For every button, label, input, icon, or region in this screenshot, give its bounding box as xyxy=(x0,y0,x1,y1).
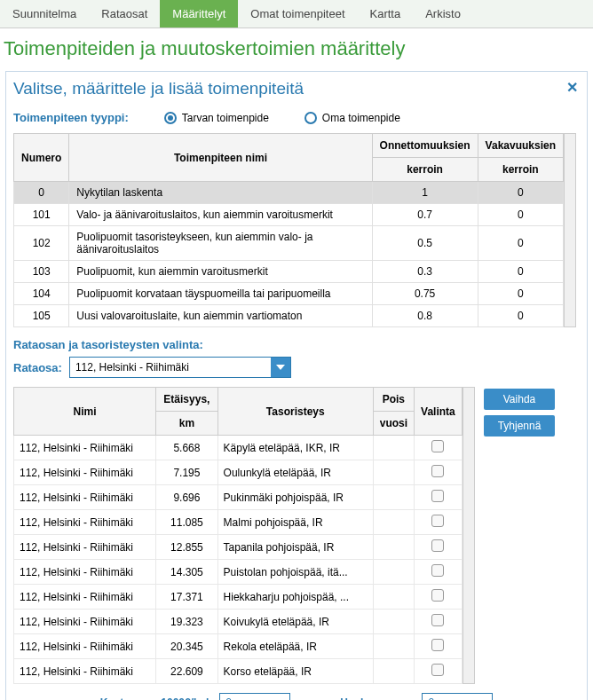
cell-nimi: Puolipuomit, kun aiemmin varoitusmerkit xyxy=(69,261,372,283)
cell-valinta xyxy=(414,634,462,659)
table-row[interactable]: 105 Uusi valovaroituslaite, kun aiemmin … xyxy=(14,305,564,327)
row-checkbox[interactable] xyxy=(431,664,444,676)
cell-onn: 1 xyxy=(372,182,478,204)
tab-suunnitelma[interactable]: Suunnitelma xyxy=(0,0,89,28)
row-checkbox[interactable] xyxy=(431,589,444,602)
cell-valinta xyxy=(414,485,462,510)
cell-pois xyxy=(373,510,414,535)
cell-taso: Korso eteläpää, IR xyxy=(217,659,373,684)
cell-vak: 0 xyxy=(478,182,563,204)
col2-val: Valinta xyxy=(414,388,462,436)
col2-vuosi: vuosi xyxy=(373,412,414,436)
tab-rataosat[interactable]: Rataosat xyxy=(89,0,160,28)
cell-taso: Hiekkaharju pohjoispää, ... xyxy=(217,585,373,610)
col-numero: Numero xyxy=(14,134,69,182)
kustannus-input[interactable] xyxy=(219,693,290,700)
cell-taso: Käpylä eteläpää, IKR, IR xyxy=(217,436,373,460)
tasoristeys-table: Nimi Etäisyys, Tasoristeys Pois Valinta … xyxy=(13,387,463,684)
rataosa-select[interactable]: 112, Helsinki - Riihimäki xyxy=(69,357,291,378)
col2-nimi: Nimi xyxy=(14,388,156,436)
cell-nimi: 112, Helsinki - Riihimäki xyxy=(14,634,156,659)
cell-taso: Malmi pohjoispää, IR xyxy=(217,510,373,535)
table-row[interactable]: 112, Helsinki - Riihimäki 11.085 Malmi p… xyxy=(14,510,463,535)
combo-value: 112, Helsinki - Riihimäki xyxy=(75,361,189,374)
table-row[interactable]: 112, Helsinki - Riihimäki 14.305 Puistol… xyxy=(14,560,463,585)
row-checkbox[interactable] xyxy=(431,639,444,651)
col-onn: Onnettomuuksien xyxy=(372,134,478,158)
dialog-title: Valitse, määrittele ja lisää toimenpitei… xyxy=(13,79,580,98)
tab-arkisto[interactable]: Arkisto xyxy=(413,0,473,28)
cell-valinta xyxy=(414,535,462,560)
page-title: Toimenpiteiden ja muutoskertoimien määri… xyxy=(0,28,593,66)
tab-kartta[interactable]: Kartta xyxy=(358,0,414,28)
table-row[interactable]: 104 Puolipuomit korvataan täyspuomeilla … xyxy=(14,283,564,305)
tab-maarittelyt[interactable]: Määrittelyt xyxy=(160,0,238,28)
cell-num: 102 xyxy=(14,226,69,261)
row-checkbox[interactable] xyxy=(431,440,444,452)
table-row[interactable]: 0 Nykytilan laskenta 1 0 xyxy=(14,182,564,204)
cell-km: 17.371 xyxy=(156,585,217,610)
cell-nimi: Uusi valovaroituslaite, kun aiemmin vart… xyxy=(69,305,372,327)
scrollbar[interactable] xyxy=(463,387,475,684)
cell-km: 11.085 xyxy=(156,510,217,535)
row-checkbox[interactable] xyxy=(431,614,444,626)
radio-oma[interactable]: Oma toimenpide xyxy=(304,112,400,124)
toimenpide-table: Numero Toimenpiteen nimi Onnettomuuksien… xyxy=(13,133,564,327)
cell-km: 7.195 xyxy=(156,460,217,485)
vaihda-button[interactable]: Vaihda xyxy=(484,389,555,410)
kustannus-label: Kustannus, 1000€/kpl: xyxy=(100,696,213,700)
table-row[interactable]: 112, Helsinki - Riihimäki 12.855 Tapanil… xyxy=(14,535,463,560)
cell-pois xyxy=(373,610,414,634)
col-nimi: Toimenpiteen nimi xyxy=(69,134,372,182)
chevron-down-icon xyxy=(271,358,290,377)
cell-pois xyxy=(373,634,414,659)
scrollbar[interactable] xyxy=(564,133,576,327)
table-row[interactable]: 101 Valo- ja äänivaroituslaitos, kun aie… xyxy=(14,204,564,226)
cell-km: 22.609 xyxy=(156,659,217,684)
cell-pois xyxy=(373,436,414,460)
cell-vak: 0 xyxy=(478,305,563,327)
hankenumero-label: Hankenumero: xyxy=(340,696,415,700)
cell-km: 9.696 xyxy=(156,485,217,510)
radio-tarvan[interactable]: Tarvan toimenpide xyxy=(164,112,269,124)
cell-taso: Tapanila pohjoispää, IR xyxy=(217,535,373,560)
table-row[interactable]: 112, Helsinki - Riihimäki 5.668 Käpylä e… xyxy=(14,436,463,460)
table-row[interactable]: 112, Helsinki - Riihimäki 7.195 Oulunkyl… xyxy=(14,460,463,485)
table-row[interactable]: 112, Helsinki - Riihimäki 22.609 Korso e… xyxy=(14,659,463,684)
cell-valinta xyxy=(414,460,462,485)
row-checkbox[interactable] xyxy=(431,515,444,527)
cell-pois xyxy=(373,585,414,610)
tab-omat[interactable]: Omat toimenpiteet xyxy=(238,0,357,28)
table-row[interactable]: 102 Puolipuomit tasoristeykseen, kun aie… xyxy=(14,226,564,261)
row-checkbox[interactable] xyxy=(431,465,444,477)
cell-vak: 0 xyxy=(478,261,563,283)
section-label: Rataosan ja tasoristeysten valinta: xyxy=(13,338,580,351)
cell-valinta xyxy=(414,610,462,634)
cell-nimi: 112, Helsinki - Riihimäki xyxy=(14,610,156,634)
table-row[interactable]: 103 Puolipuomit, kun aiemmin varoitusmer… xyxy=(14,261,564,283)
row-checkbox[interactable] xyxy=(431,564,444,577)
cell-taso: Oulunkylä eteläpää, IR xyxy=(217,460,373,485)
cell-num: 101 xyxy=(14,204,69,226)
table-row[interactable]: 112, Helsinki - Riihimäki 20.345 Rekola … xyxy=(14,634,463,659)
table-row[interactable]: 112, Helsinki - Riihimäki 17.371 Hiekkah… xyxy=(14,585,463,610)
tyhjenna-button[interactable]: Tyhjennä xyxy=(484,415,555,437)
cell-valinta xyxy=(414,585,462,610)
cell-onn: 0.8 xyxy=(372,305,478,327)
cell-nimi: 112, Helsinki - Riihimäki xyxy=(14,510,156,535)
cell-km: 19.323 xyxy=(156,610,217,634)
table-row[interactable]: 112, Helsinki - Riihimäki 9.696 Pukinmäk… xyxy=(14,485,463,510)
col2-taso: Tasoristeys xyxy=(217,388,373,436)
cell-taso: Puistolan pohjoispää, itä... xyxy=(217,560,373,585)
row-checkbox[interactable] xyxy=(431,539,444,552)
row-checkbox[interactable] xyxy=(431,490,444,502)
cell-pois xyxy=(373,460,414,485)
col2-et: Etäisyys, xyxy=(156,388,217,412)
radio-label: Tarvan toimenpide xyxy=(182,112,269,124)
cell-km: 20.345 xyxy=(156,634,217,659)
table-row[interactable]: 112, Helsinki - Riihimäki 19.323 Koivuky… xyxy=(14,610,463,634)
close-icon[interactable]: ✕ xyxy=(566,79,578,96)
cell-num: 0 xyxy=(14,182,69,204)
hankenumero-input[interactable] xyxy=(422,693,493,700)
cell-valinta xyxy=(414,659,462,684)
